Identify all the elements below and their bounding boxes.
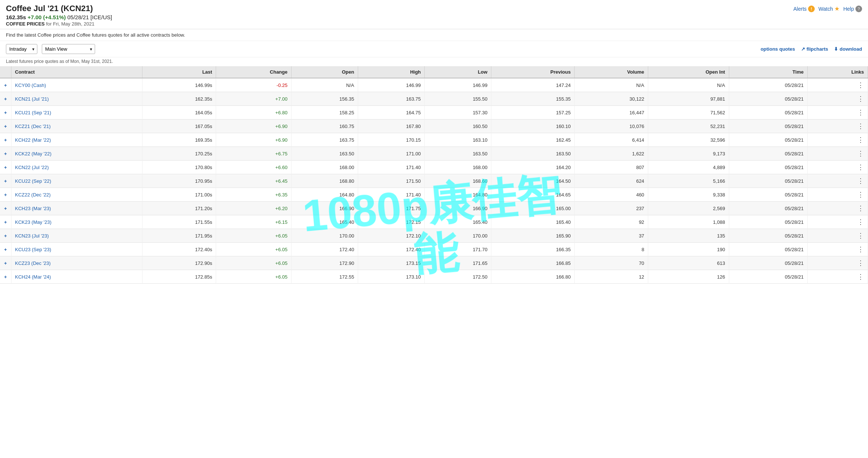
alerts-button[interactable]: Alerts ! <box>793 6 815 12</box>
contract-link[interactable]: KCU21 (Sep '21) <box>15 110 51 115</box>
col-high: High <box>358 66 425 78</box>
download-link[interactable]: ⬇ download <box>834 46 862 52</box>
contract-link[interactable]: KCU23 (Sep '23) <box>15 247 51 252</box>
row-last: 172.90s <box>142 256 216 270</box>
row-open: 163.75 <box>291 133 358 147</box>
row-change: +6.20 <box>216 202 292 215</box>
row-expand[interactable]: + <box>0 243 11 256</box>
row-contract[interactable]: KCH24 (Mar '24) <box>11 270 142 284</box>
row-contract[interactable]: KCK22 (May '22) <box>11 147 142 161</box>
row-contract[interactable]: KCU21 (Sep '21) <box>11 106 142 119</box>
row-high: 171.40 <box>358 188 425 202</box>
row-open-int: 1,088 <box>648 215 729 229</box>
row-time: 05/28/21 <box>729 106 807 119</box>
row-contract[interactable]: KCN23 (Jul '23) <box>11 229 142 243</box>
row-change: +6.45 <box>216 174 292 188</box>
row-links[interactable]: ⋮ <box>807 92 868 106</box>
contract-link[interactable]: KCN23 (Jul '23) <box>15 233 49 239</box>
row-contract[interactable]: KCU22 (Sep '22) <box>11 174 142 188</box>
row-open: 172.90 <box>291 256 358 270</box>
row-time: 05/28/21 <box>729 243 807 256</box>
row-open-int: 4,889 <box>648 161 729 174</box>
row-links[interactable]: ⋮ <box>807 243 868 256</box>
row-expand[interactable]: + <box>0 215 11 229</box>
row-expand[interactable]: + <box>0 202 11 215</box>
price-date: 05/28/21 <box>67 14 89 20</box>
row-volume: 70 <box>575 256 648 270</box>
row-links[interactable]: ⋮ <box>807 270 868 284</box>
row-open-int: N/A <box>648 78 729 92</box>
contract-link[interactable]: KCH24 (Mar '24) <box>15 274 51 280</box>
row-expand[interactable]: + <box>0 229 11 243</box>
row-low: 168.60 <box>425 174 491 188</box>
contract-link[interactable]: KCN21 (Jul '21) <box>15 96 49 102</box>
row-volume: 6,414 <box>575 133 648 147</box>
contract-link[interactable]: KCK23 (May '23) <box>15 219 52 225</box>
row-links[interactable]: ⋮ <box>807 256 868 270</box>
row-contract[interactable]: KCH23 (Mar '23) <box>11 202 142 215</box>
contract-link[interactable]: KCH23 (Mar '23) <box>15 206 51 211</box>
row-low: 155.50 <box>425 92 491 106</box>
options-quotes-link[interactable]: options quotes <box>761 46 795 52</box>
contract-link[interactable]: KCZ23 (Dec '23) <box>15 260 51 266</box>
col-previous: Previous <box>491 66 575 78</box>
row-links[interactable]: ⋮ <box>807 106 868 119</box>
row-change: +6.35 <box>216 188 292 202</box>
row-volume: 37 <box>575 229 648 243</box>
row-change: +6.75 <box>216 147 292 161</box>
contract-link[interactable]: KCN22 (Jul '22) <box>15 165 49 170</box>
row-expand[interactable]: + <box>0 119 11 133</box>
row-expand[interactable]: + <box>0 133 11 147</box>
watch-button[interactable]: Watch ★ <box>818 5 840 12</box>
row-contract[interactable]: KCU23 (Sep '23) <box>11 243 142 256</box>
row-expand[interactable]: + <box>0 92 11 106</box>
row-last: 170.95s <box>142 174 216 188</box>
row-contract[interactable]: KCZ22 (Dec '22) <box>11 188 142 202</box>
row-contract[interactable]: KCN22 (Jul '22) <box>11 161 142 174</box>
row-links[interactable]: ⋮ <box>807 78 868 92</box>
row-expand[interactable]: + <box>0 256 11 270</box>
futures-table: Contract Last Change Open High Low Previ… <box>0 66 868 284</box>
row-contract[interactable]: KCK23 (May '23) <box>11 215 142 229</box>
row-change: +6.05 <box>216 229 292 243</box>
row-links[interactable]: ⋮ <box>807 229 868 243</box>
view-select[interactable]: Intraday Daily Weekly Monthly <box>6 44 37 54</box>
table-row: + KCN23 (Jul '23) 171.95s +6.05 170.00 1… <box>0 229 868 243</box>
row-links[interactable]: ⋮ <box>807 188 868 202</box>
row-expand[interactable]: + <box>0 106 11 119</box>
contract-link[interactable]: KCY00 (Cash) <box>15 82 46 88</box>
contract-link[interactable]: KCZ21 (Dec '21) <box>15 124 51 129</box>
row-links[interactable]: ⋮ <box>807 133 868 147</box>
layout-select[interactable]: Main View Technical View Performance Vie… <box>42 44 95 54</box>
row-links[interactable]: ⋮ <box>807 215 868 229</box>
row-low: 172.50 <box>425 270 491 284</box>
row-contract[interactable]: KCH22 (Mar '22) <box>11 133 142 147</box>
contract-link[interactable]: KCU22 (Sep '22) <box>15 178 51 184</box>
row-contract[interactable]: KCZ23 (Dec '23) <box>11 256 142 270</box>
row-expand[interactable]: + <box>0 161 11 174</box>
contract-link[interactable]: KCH22 (Mar '22) <box>15 137 51 143</box>
flipcharts-link[interactable]: ↗ flipcharts <box>801 46 828 52</box>
row-time: 05/28/21 <box>729 78 807 92</box>
row-previous: 164.20 <box>491 161 575 174</box>
row-expand[interactable]: + <box>0 174 11 188</box>
help-button[interactable]: Help ? <box>843 6 862 12</box>
row-last: 171.20s <box>142 202 216 215</box>
row-expand[interactable]: + <box>0 270 11 284</box>
row-links[interactable]: ⋮ <box>807 161 868 174</box>
row-open-int: 126 <box>648 270 729 284</box>
row-contract[interactable]: KCZ21 (Dec '21) <box>11 119 142 133</box>
page-title: Coffee Jul '21 (KCN21) <box>6 4 862 13</box>
row-links[interactable]: ⋮ <box>807 202 868 215</box>
row-expand[interactable]: + <box>0 78 11 92</box>
row-contract[interactable]: KCN21 (Jul '21) <box>11 92 142 106</box>
row-links[interactable]: ⋮ <box>807 174 868 188</box>
row-volume: 807 <box>575 161 648 174</box>
row-links[interactable]: ⋮ <box>807 119 868 133</box>
contract-link[interactable]: KCK22 (May '22) <box>15 151 52 156</box>
row-expand[interactable]: + <box>0 147 11 161</box>
row-links[interactable]: ⋮ <box>807 147 868 161</box>
row-expand[interactable]: + <box>0 188 11 202</box>
contract-link[interactable]: KCZ22 (Dec '22) <box>15 192 51 198</box>
row-contract[interactable]: KCY00 (Cash) <box>11 78 142 92</box>
